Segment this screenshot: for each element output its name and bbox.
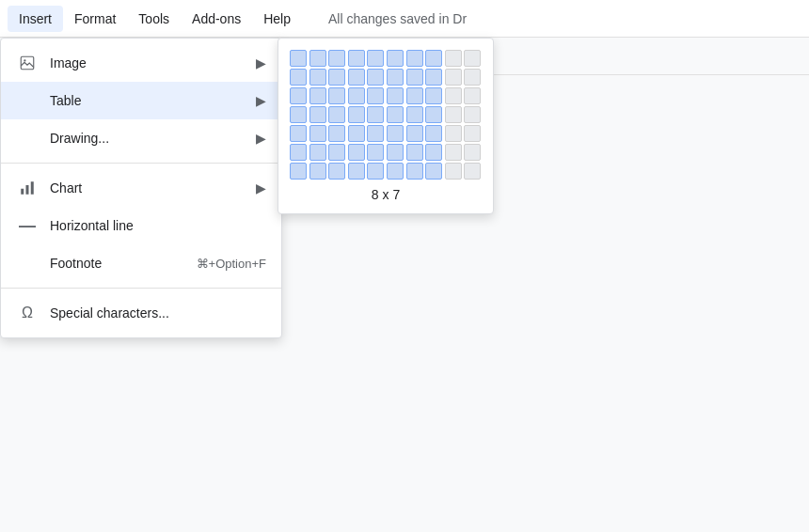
menu-addons[interactable]: Add-ons	[181, 6, 252, 32]
grid-cell[interactable]	[290, 163, 307, 180]
grid-cell[interactable]	[387, 106, 404, 123]
grid-cell[interactable]	[387, 144, 404, 161]
menu-item-chart[interactable]: Chart ▶	[1, 169, 281, 207]
insert-menu: Image ▶ Table ▶ Drawing... ▶ Chart ▶ — H…	[0, 38, 282, 338]
menu-item-drawing[interactable]: Drawing... ▶	[1, 119, 281, 157]
grid-cell[interactable]	[406, 106, 423, 123]
grid-cell[interactable]	[445, 144, 462, 161]
menu-item-footnote[interactable]: Footnote ⌘+Option+F	[1, 244, 281, 282]
grid-cell[interactable]	[445, 50, 462, 67]
grid-cell[interactable]	[445, 125, 462, 142]
grid-cell[interactable]	[290, 144, 307, 161]
grid-cell[interactable]	[290, 125, 307, 142]
grid-cell[interactable]	[406, 163, 423, 180]
grid-cell[interactable]	[464, 106, 481, 123]
svg-rect-3	[26, 185, 29, 195]
grid-cell[interactable]	[367, 144, 384, 161]
grid-cell[interactable]	[387, 87, 404, 104]
drawing-spacer-icon	[16, 127, 39, 149]
grid-cell[interactable]	[464, 87, 481, 104]
grid-cell[interactable]	[328, 125, 345, 142]
grid-cell[interactable]	[367, 163, 384, 180]
grid-cell[interactable]	[328, 163, 345, 180]
grid-cell[interactable]	[309, 125, 326, 142]
grid-cell[interactable]	[425, 87, 442, 104]
grid-cell[interactable]	[348, 163, 365, 180]
grid-cell[interactable]	[290, 69, 307, 86]
table-submenu-arrow-icon: ▶	[256, 93, 266, 108]
grid-cell[interactable]	[367, 50, 384, 67]
grid-cell[interactable]	[348, 125, 365, 142]
grid-cell[interactable]	[328, 106, 345, 123]
grid-cell[interactable]	[406, 87, 423, 104]
horizontal-line-label: Horizontal line	[50, 218, 266, 233]
image-label: Image	[50, 55, 248, 70]
grid-cell[interactable]	[309, 144, 326, 161]
grid-cell[interactable]	[425, 163, 442, 180]
grid-cell[interactable]	[290, 106, 307, 123]
grid-cell[interactable]	[406, 144, 423, 161]
grid-cell[interactable]	[328, 144, 345, 161]
grid-cell[interactable]	[387, 125, 404, 142]
menu-tools[interactable]: Tools	[127, 6, 181, 32]
grid-cell[interactable]	[464, 125, 481, 142]
menu-format[interactable]: Format	[63, 6, 127, 32]
grid-cell[interactable]	[425, 106, 442, 123]
grid-cell[interactable]	[464, 50, 481, 67]
grid-cell[interactable]	[406, 69, 423, 86]
menu-item-special-chars[interactable]: Ω Special characters...	[1, 294, 281, 332]
menu-item-horizontal-line[interactable]: — Horizontal line	[1, 207, 281, 244]
grid-cell[interactable]	[348, 69, 365, 86]
grid-cell[interactable]	[425, 50, 442, 67]
grid-cell[interactable]	[425, 69, 442, 86]
grid-cell[interactable]	[367, 106, 384, 123]
grid-cell[interactable]	[328, 50, 345, 67]
grid-cell[interactable]	[309, 106, 326, 123]
drawing-submenu-arrow-icon: ▶	[256, 131, 266, 146]
menu-help[interactable]: Help	[252, 6, 302, 32]
grid-cell[interactable]	[348, 144, 365, 161]
grid-cell[interactable]	[367, 87, 384, 104]
grid-cell[interactable]	[406, 50, 423, 67]
grid-cell[interactable]	[464, 144, 481, 161]
grid-cell[interactable]	[348, 87, 365, 104]
table-grid-popup: 8 x 7	[278, 38, 494, 214]
table-grid[interactable]	[290, 50, 482, 180]
grid-cell[interactable]	[445, 163, 462, 180]
grid-cell[interactable]	[445, 69, 462, 86]
grid-cell[interactable]	[309, 69, 326, 86]
grid-cell[interactable]	[445, 87, 462, 104]
grid-cell[interactable]	[387, 69, 404, 86]
menu-item-image[interactable]: Image ▶	[1, 44, 281, 82]
drawing-label: Drawing...	[50, 131, 248, 146]
grid-cell[interactable]	[464, 163, 481, 180]
grid-cell[interactable]	[309, 50, 326, 67]
grid-cell[interactable]	[445, 106, 462, 123]
grid-cell[interactable]	[367, 125, 384, 142]
grid-cell[interactable]	[425, 125, 442, 142]
divider-1	[1, 163, 281, 164]
menu-insert[interactable]: Insert	[8, 6, 63, 32]
grid-cell[interactable]	[290, 87, 307, 104]
grid-cell[interactable]	[309, 87, 326, 104]
menu-item-table[interactable]: Table ▶	[1, 82, 281, 119]
grid-cell[interactable]	[387, 163, 404, 180]
grid-cell[interactable]	[387, 50, 404, 67]
grid-cell[interactable]	[348, 106, 365, 123]
chart-icon	[16, 177, 39, 199]
grid-cell[interactable]	[348, 50, 365, 67]
footnote-label: Footnote	[50, 256, 185, 271]
grid-cell[interactable]	[406, 125, 423, 142]
table-label: Table	[50, 93, 248, 108]
grid-cell[interactable]	[290, 50, 307, 67]
grid-cell[interactable]	[425, 144, 442, 161]
svg-rect-0	[21, 56, 34, 70]
image-icon	[16, 52, 39, 74]
grid-cell[interactable]	[328, 87, 345, 104]
grid-cell[interactable]	[464, 69, 481, 86]
grid-cell[interactable]	[328, 69, 345, 86]
grid-cell[interactable]	[309, 163, 326, 180]
grid-size-label: 8 x 7	[290, 187, 482, 202]
divider-2	[1, 288, 281, 289]
grid-cell[interactable]	[367, 69, 384, 86]
